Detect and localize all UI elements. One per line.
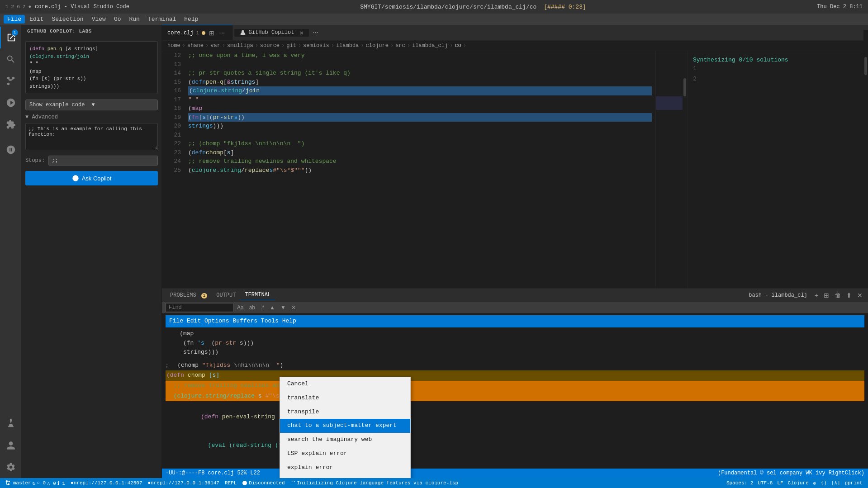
status-extra2[interactable]: {}	[819, 480, 828, 486]
menu-run[interactable]: Run	[125, 15, 143, 24]
status-lf[interactable]: LF	[775, 480, 785, 486]
activity-debug[interactable]	[0, 92, 22, 114]
find-input[interactable]	[166, 303, 233, 312]
status-language[interactable]: Clojure	[786, 480, 811, 486]
repl-label: REPL	[225, 480, 237, 486]
copilot-tab[interactable]: GitHub Copilot ✕	[234, 29, 309, 37]
status-encoding[interactable]: UTF-8	[756, 480, 774, 486]
find-close-btn[interactable]: ✕	[289, 303, 298, 312]
context-complete-eod[interactable]: Complete until EOD	[280, 475, 410, 478]
scrollbar-thumb[interactable]	[683, 78, 686, 96]
find-regex-btn[interactable]: .*	[259, 303, 266, 312]
status-extra3[interactable]: [λ]	[830, 480, 842, 486]
copilot-tab-container: GitHub Copilot ✕ ···	[233, 25, 321, 40]
activity-search[interactable]	[0, 48, 22, 70]
breadcrumb-src[interactable]: src	[395, 43, 405, 49]
copilot-tab-icon	[240, 29, 246, 36]
activity-copilot[interactable]	[0, 139, 22, 161]
breadcrumb-clojure[interactable]: clojure	[366, 43, 389, 49]
status-repl[interactable]: REPL	[223, 480, 238, 486]
vertical-scrollbar[interactable]	[683, 51, 687, 288]
menu-go[interactable]: Go	[110, 15, 125, 24]
tab-core-clj[interactable]: core.clj 1 ⊞ ···	[162, 25, 233, 40]
breadcrumb-ilambda[interactable]: ilambda	[336, 43, 359, 49]
breadcrumb-home[interactable]: home	[167, 43, 180, 49]
activity-extensions[interactable]	[0, 114, 22, 135]
context-search-web[interactable]: search the imaginary web	[280, 433, 410, 447]
terminal-tab-actions: bash - ilambda_clj + ⊞ 🗑 ⬆ ✕	[749, 291, 864, 300]
stops-input[interactable]	[48, 156, 158, 166]
titlebar-tab-3[interactable]: 6	[17, 4, 20, 9]
status-pprint[interactable]: pprint	[843, 480, 864, 486]
split-terminal-icon[interactable]: ⊞	[822, 291, 831, 300]
context-translate[interactable]: translate	[280, 391, 410, 405]
menu-edit[interactable]: Edit	[26, 15, 47, 24]
breadcrumb-git[interactable]: git	[286, 43, 296, 49]
find-up-btn[interactable]: ▲	[268, 303, 277, 312]
breadcrumb-co[interactable]: co	[455, 43, 461, 49]
breadcrumb-source[interactable]: source	[260, 43, 280, 49]
status-disconnected[interactable]: Disconnected	[240, 480, 286, 486]
titlebar-tabs: 1 2 6 7 ●	[5, 4, 31, 9]
ask-copilot-button[interactable]: Ask Copilot	[25, 171, 158, 185]
advanced-textarea[interactable]: ;; This is an example for calling this f…	[25, 123, 158, 150]
activity-settings[interactable]	[0, 456, 22, 478]
code-line-16: " "	[188, 95, 652, 104]
context-lsp-explain[interactable]: LSP explain error	[280, 447, 410, 461]
advanced-toggle[interactable]: ▼ Advanced	[25, 114, 158, 120]
titlebar-tab-2[interactable]: 2	[11, 4, 14, 9]
menu-help[interactable]: Help	[180, 15, 202, 24]
tab-modified-dot	[202, 31, 205, 35]
menu-view[interactable]: View	[88, 15, 109, 24]
find-case-btn[interactable]: Aa	[235, 303, 246, 312]
code-editor[interactable]: 12 13 14 15 16 17 18 19 20 21 22 23 24	[162, 51, 687, 288]
tab-split-icon[interactable]: ⊞	[208, 28, 215, 38]
panel-more-icon[interactable]: ···	[311, 28, 320, 37]
activity-test[interactable]	[0, 413, 22, 435]
status-spaces[interactable]: Spaces: 2	[725, 480, 755, 486]
context-cancel[interactable]: Cancel	[280, 377, 410, 391]
breadcrumb-shane[interactable]: shane	[187, 43, 204, 49]
activity-explorer[interactable]: 1	[0, 27, 22, 48]
breadcrumb-sep-7: ›	[331, 43, 334, 49]
find-word-btn[interactable]: ab	[247, 303, 257, 312]
menu-terminal[interactable]: Terminal	[144, 15, 180, 24]
copilot-scrollbar-thumb[interactable]	[864, 57, 867, 75]
menu-selection[interactable]: Selection	[48, 15, 87, 24]
status-initializing[interactable]: Initializing Clojure language features v…	[289, 480, 460, 486]
copilot-scrollbar[interactable]	[863, 51, 868, 156]
close-terminal-icon[interactable]: ✕	[855, 291, 864, 300]
titlebar-dot: ●	[28, 4, 31, 9]
tab-more-icon[interactable]: ···	[217, 28, 227, 38]
tab-output[interactable]: OUTPUT	[212, 290, 240, 300]
find-down-btn[interactable]: ▼	[279, 303, 288, 312]
preview-line6: strings)))	[29, 83, 154, 90]
breadcrumb-var[interactable]: var	[210, 43, 220, 49]
context-transpile[interactable]: transpile	[280, 405, 410, 419]
emacs-status-left: -UU-:@----F8 core.clj 52% L22	[166, 469, 260, 478]
titlebar-tab-1[interactable]: 1	[5, 4, 9, 9]
activity-scm[interactable]	[0, 70, 22, 92]
kill-terminal-icon[interactable]: 🗑	[833, 291, 843, 300]
tab-problems[interactable]: PROBLEMS 1	[166, 290, 212, 300]
breadcrumb-semiosis[interactable]: semiosis	[303, 43, 329, 49]
activity-account[interactable]	[0, 435, 22, 456]
tab-terminal[interactable]: TERMINAL	[240, 290, 275, 300]
status-extra1[interactable]: ⊕	[811, 480, 818, 486]
menu-file[interactable]: File	[4, 15, 25, 24]
status-nrepl2[interactable]: ●nrepl://127.0.0.1:36147	[146, 480, 221, 486]
status-git-branch[interactable]: master ↻ ○ 0 △ 0 ℹ 1	[4, 480, 67, 486]
titlebar-tab-4[interactable]: 7	[23, 4, 26, 9]
example-code-dropdown[interactable]: Show example code ▼	[25, 99, 158, 110]
status-nrepl1[interactable]: ●nrepl://127.0.0.1:42507	[69, 480, 144, 486]
terminal-content[interactable]: File Edit Options Buffers Tools Help (ma…	[162, 313, 868, 478]
maximize-terminal-icon[interactable]: ⬆	[844, 291, 854, 300]
terminal-code-3: strings)))	[166, 348, 864, 357]
new-terminal-icon[interactable]: +	[813, 291, 820, 300]
copilot-tab-close[interactable]: ✕	[299, 29, 303, 37]
context-explain-error[interactable]: explain error	[280, 461, 410, 475]
breadcrumb-ilambda-clj[interactable]: ilambda_clj	[412, 43, 448, 49]
context-chat-expert[interactable]: chat to a subject-matter expert	[280, 419, 410, 433]
stops-label: Stops:	[25, 157, 45, 164]
breadcrumb-smulliga[interactable]: smulliga	[227, 43, 253, 49]
